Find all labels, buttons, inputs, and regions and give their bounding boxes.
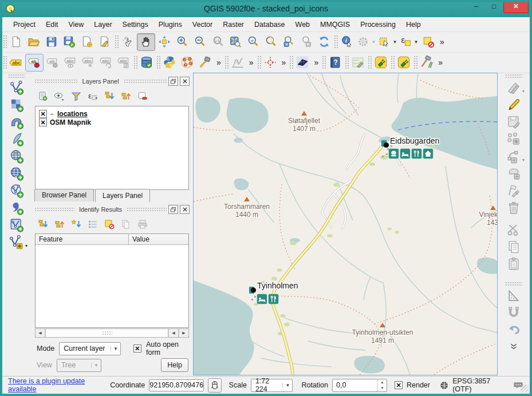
menu-raster[interactable]: Raster xyxy=(218,19,249,30)
toggle-editing-button[interactable] xyxy=(504,96,523,113)
node-tool-button[interactable]: ▾ xyxy=(504,148,523,165)
add-wms-layer-button[interactable] xyxy=(7,148,26,165)
db-manager-button[interactable] xyxy=(138,54,155,71)
crs-status[interactable]: EPSG:3857 (OTF) xyxy=(452,377,505,393)
menu-web[interactable]: Web xyxy=(290,19,315,30)
toolbar-handle[interactable] xyxy=(8,74,25,78)
tab-browser-panel[interactable]: Browser Panel xyxy=(34,189,94,201)
plugin-update-link[interactable]: There is a plugin update available xyxy=(8,377,104,393)
feature-column-header[interactable]: Feature xyxy=(36,234,129,244)
mouse-extents-toggle-button[interactable] xyxy=(208,378,221,393)
toolbar-handle[interactable] xyxy=(133,55,137,70)
toolbar-handle[interactable] xyxy=(114,34,119,49)
rotation-spinbox[interactable]: 0,0 ▲▼ xyxy=(332,379,387,392)
print-result-button[interactable] xyxy=(135,217,150,231)
help-contents-button[interactable]: ? xyxy=(326,54,344,71)
current-edits-button[interactable]: ▾ xyxy=(504,79,523,96)
select-by-expression-button[interactable]: ε xyxy=(399,34,412,50)
copy-features-button[interactable] xyxy=(504,238,523,255)
resize-grip[interactable] xyxy=(521,385,529,393)
add-wcs-layer-button[interactable] xyxy=(7,165,26,182)
paste-features-button[interactable] xyxy=(504,255,523,272)
move-label-button[interactable]: abc xyxy=(80,54,97,71)
scroll-thumb[interactable] xyxy=(45,329,168,337)
toolbar-overflow[interactable]: » xyxy=(214,58,223,67)
map-canvas[interactable]: Sløtafjellet 1407 m Torshammaren 1440 m … xyxy=(193,73,498,375)
new-project-button[interactable] xyxy=(7,34,25,50)
new-shapefile-layer-button[interactable] xyxy=(7,216,26,233)
pin-unpin-labels-button[interactable]: ab xyxy=(25,54,44,72)
refresh-button[interactable] xyxy=(316,34,333,50)
spin-up-icon[interactable]: ▲ xyxy=(378,379,387,386)
save-project-as-button[interactable] xyxy=(61,34,78,50)
identify-mode-list-button[interactable] xyxy=(85,217,100,231)
zoom-to-layer-button[interactable] xyxy=(245,34,262,50)
toolbar-handle[interactable] xyxy=(390,55,395,70)
python-console-button[interactable] xyxy=(161,54,178,71)
plugin-builder-button[interactable] xyxy=(179,54,196,71)
minimize-button[interactable]: – xyxy=(468,0,484,13)
plugin-manager-button[interactable] xyxy=(395,54,412,71)
processing-toolbox-button[interactable] xyxy=(418,54,435,71)
open-project-button[interactable] xyxy=(25,34,42,50)
snapping-options-button[interactable] xyxy=(504,304,523,321)
gps-tools-button[interactable] xyxy=(262,54,279,71)
pan-to-selection-button[interactable] xyxy=(156,34,173,50)
maximize-button[interactable]: □ xyxy=(486,0,502,13)
clear-results-button[interactable] xyxy=(102,217,117,231)
zoom-to-selection-button[interactable] xyxy=(262,34,279,50)
plugin-installer-button[interactable] xyxy=(372,54,389,71)
toolbar-overflow[interactable]: » xyxy=(247,58,256,67)
filter-by-expression-button[interactable]: ε xyxy=(85,89,100,103)
menu-settings[interactable]: Settings xyxy=(117,19,153,30)
select-features-caret[interactable]: ▾ xyxy=(392,39,398,45)
undo-button[interactable] xyxy=(504,321,523,338)
toolbar-handle[interactable] xyxy=(333,34,338,49)
toolbar-handle[interactable] xyxy=(2,34,7,49)
menu-mmqgis[interactable]: MMQGIS xyxy=(315,19,355,30)
collapse-results-button[interactable] xyxy=(52,217,67,231)
menu-edit[interactable]: Edit xyxy=(41,19,64,30)
zoom-in-button[interactable] xyxy=(174,34,191,50)
toolbar-handle[interactable] xyxy=(321,55,326,70)
delete-selected-button[interactable] xyxy=(504,199,523,216)
change-label-button[interactable]: abc xyxy=(115,54,132,71)
identify-results-table[interactable]: Feature Value xyxy=(35,233,189,328)
zoom-native-button[interactable]: 1:1 xyxy=(209,34,226,50)
expand-new-results-button[interactable] xyxy=(69,217,84,231)
toolbar-handle[interactable] xyxy=(344,55,349,70)
new-layer-caret[interactable]: ▾ xyxy=(25,243,27,248)
menu-vector[interactable]: Vector xyxy=(187,19,218,30)
add-feature-button[interactable] xyxy=(504,130,523,148)
open-layer-styling-button[interactable] xyxy=(36,89,50,103)
add-postgis-layer-button[interactable] xyxy=(7,113,26,130)
menu-view[interactable]: View xyxy=(63,19,89,30)
close-panel-button[interactable] xyxy=(180,77,190,86)
expand-all-button[interactable] xyxy=(102,89,117,103)
composer-manager-button[interactable] xyxy=(96,34,113,50)
add-delimited-text-layer-button[interactable] xyxy=(7,199,26,216)
raster-histogram-button[interactable] xyxy=(229,54,246,71)
identify-features-button[interactable]: i xyxy=(338,34,356,50)
cut-features-button[interactable] xyxy=(504,221,523,238)
zoom-next-button[interactable] xyxy=(298,34,315,50)
add-wfs-layer-button[interactable] xyxy=(7,182,26,199)
new-layer-button[interactable]: ▾ xyxy=(7,233,26,251)
menu-help[interactable]: Help xyxy=(401,19,426,30)
toolbar-overflow[interactable]: » xyxy=(436,58,445,67)
openlayers-plugin-button[interactable] xyxy=(349,54,367,71)
new-print-composer-button[interactable] xyxy=(78,34,96,50)
rotate-label-button[interactable]: abc xyxy=(97,54,115,71)
deselect-all-button[interactable] xyxy=(420,34,437,50)
toolbar-handle[interactable] xyxy=(505,74,522,78)
layer-labeling-options-button[interactable]: abc xyxy=(7,54,25,71)
select-by-expression-caret[interactable]: ▾ xyxy=(413,39,419,45)
menu-plugins[interactable]: Plugins xyxy=(153,19,187,30)
run-feature-action-button[interactable] xyxy=(356,34,370,50)
layer-checkbox[interactable]: ✕ xyxy=(39,110,47,118)
toolbar-more-chevron[interactable] xyxy=(504,338,523,355)
add-raster-layer-button[interactable] xyxy=(7,96,26,113)
copy-result-button[interactable] xyxy=(119,217,133,231)
toolbar-handle[interactable] xyxy=(2,55,7,70)
toolbar-handle[interactable] xyxy=(413,55,417,70)
